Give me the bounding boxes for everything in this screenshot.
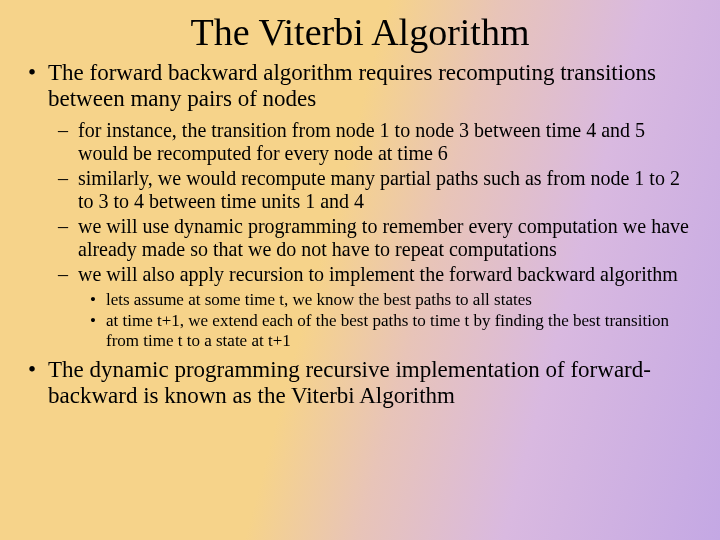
- bullet-list-level2: for instance, the transition from node 1…: [48, 119, 698, 351]
- bullet-item: lets assume at some time t, we know the …: [106, 290, 698, 310]
- slide-title: The Viterbi Algorithm: [22, 10, 698, 54]
- bullet-item: The dynamic programming recursive implem…: [48, 357, 698, 410]
- bullet-item: at time t+1, we extend each of the best …: [106, 311, 698, 350]
- bullet-text: we will also apply recursion to implemen…: [78, 263, 678, 285]
- bullet-list-level3: lets assume at some time t, we know the …: [78, 290, 698, 351]
- bullet-text: for instance, the transition from node 1…: [78, 119, 645, 164]
- bullet-text: similarly, we would recompute many parti…: [78, 167, 680, 212]
- slide: The Viterbi Algorithm The forward backwa…: [0, 0, 720, 540]
- bullet-text: The dynamic programming recursive implem…: [48, 357, 651, 408]
- bullet-item: similarly, we would recompute many parti…: [78, 167, 698, 213]
- bullet-item: for instance, the transition from node 1…: [78, 119, 698, 165]
- bullet-text: we will use dynamic programming to remem…: [78, 215, 689, 260]
- bullet-item: we will also apply recursion to implemen…: [78, 263, 698, 351]
- bullet-item: we will use dynamic programming to remem…: [78, 215, 698, 261]
- bullet-text: The forward backward algorithm requires …: [48, 60, 656, 111]
- bullet-list-level1: The forward backward algorithm requires …: [22, 60, 698, 409]
- bullet-text: lets assume at some time t, we know the …: [106, 290, 532, 309]
- bullet-item: The forward backward algorithm requires …: [48, 60, 698, 351]
- bullet-text: at time t+1, we extend each of the best …: [106, 311, 669, 350]
